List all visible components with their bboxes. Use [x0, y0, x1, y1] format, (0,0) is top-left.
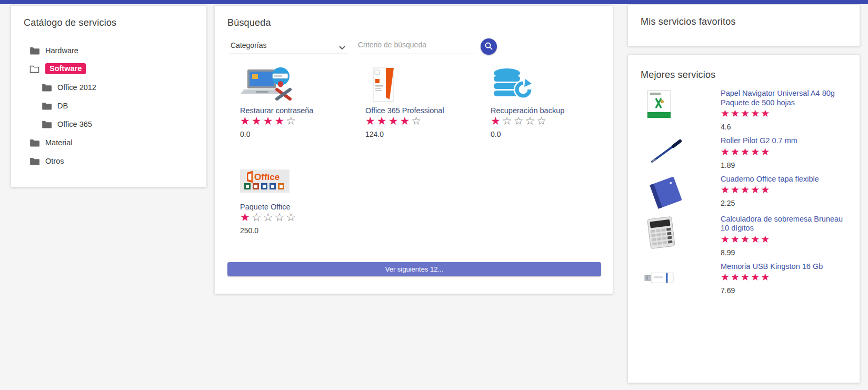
paquete-office-image[interactable]: Office [240, 163, 365, 199]
catalog-tree: HardwareSoftwareOffice 2012DBOffice 365M… [11, 41, 206, 170]
star-filled-icon: ★ [751, 233, 761, 245]
rating-stars: ★☆☆☆☆ [491, 117, 548, 126]
svg-text:Office: Office [254, 172, 280, 182]
best-service-roller-pilot-g2-0-7-mm: Roller Pilot G2 0.7 mm★★★★★1.89 [641, 136, 847, 169]
service-card-paquete-office: OfficePaquete Office★☆☆☆☆250.0 [240, 163, 365, 259]
tree-item-label: Material [45, 138, 73, 147]
page: Catálogo de servicios HardwareSoftwareOf… [0, 0, 868, 390]
star-empty-icon: ☆ [411, 115, 423, 127]
memoria-usb-kingston-16-gb-image[interactable] [641, 262, 721, 295]
service-card-recuperaci-n-backup: Recuperación backup★☆☆☆☆0.0 [491, 66, 616, 163]
star-filled-icon: ★ [721, 184, 731, 195]
best-service-title-link[interactable]: Cuaderno Office tapa flexible [721, 175, 847, 184]
tree-item-hardware[interactable]: Hardware [11, 41, 206, 59]
search-panel: Búsqueda Categorías Restaurar contraseña… [214, 5, 613, 294]
tree-item-software[interactable]: Software [11, 59, 206, 78]
best-service-title-link[interactable]: Calculadora de sobremesa Bruneau 10 dígi… [721, 215, 847, 233]
best-service-papel-navigator-universal-a4-80g-paquete-de-500-hojas: Papel Navigator Universal A4 80g Paquete… [641, 89, 847, 131]
folder-icon [29, 156, 39, 165]
service-title-link[interactable]: Restaurar contraseña [240, 106, 365, 115]
show-next-button[interactable]: Ver siguientes 12... [227, 262, 601, 276]
star-empty-icon: ☆ [286, 115, 297, 127]
star-filled-icon: ★ [731, 184, 741, 195]
folder-icon [42, 83, 52, 92]
category-select[interactable]: Categorías [230, 37, 348, 54]
folder-icon [29, 46, 39, 55]
star-filled-icon: ★ [761, 184, 771, 195]
top-nav-bar [0, 0, 868, 4]
tree-item-office-2012[interactable]: Office 2012 [11, 78, 206, 96]
tree-item-otros[interactable]: Otros [11, 152, 206, 170]
best-services-panel: Mejores servicios Papel Navigator Univer… [627, 54, 860, 383]
tree-item-label: Otros [45, 157, 64, 165]
star-empty-icon: ☆ [502, 115, 514, 127]
star-filled-icon: ★ [761, 233, 771, 245]
service-card-office-365-professional: Office 365 Professional★★★★☆124.0 [365, 66, 491, 163]
star-empty-icon: ☆ [536, 115, 548, 127]
service-price: 250.0 [240, 226, 365, 235]
star-filled-icon: ★ [400, 115, 411, 127]
cuaderno-office-tapa-flexible-image[interactable] [641, 175, 721, 209]
star-filled-icon: ★ [365, 115, 377, 127]
star-filled-icon: ★ [761, 107, 771, 119]
best-services-title: Mejores servicios [628, 55, 860, 88]
rating-stars: ★★★★★ [721, 273, 771, 282]
service-title-link[interactable]: Recuperación backup [491, 106, 616, 115]
star-filled-icon: ★ [751, 184, 761, 195]
best-service-price: 8.99 [721, 248, 847, 257]
recuperaci-n-backup-image[interactable] [491, 66, 616, 103]
search-input-field [358, 37, 475, 54]
star-filled-icon: ★ [761, 271, 771, 283]
tree-item-db[interactable]: DB [11, 96, 206, 115]
roller-pilot-g2-0-7-mm-image[interactable] [641, 136, 721, 169]
service-title-link[interactable]: Paquete Office [240, 203, 365, 211]
star-filled-icon: ★ [741, 184, 751, 195]
best-service-info: Cuaderno Office tapa flexible★★★★★2.25 [721, 175, 847, 209]
best-service-title-link[interactable]: Memoria USB Kingston 16 Gb [721, 262, 847, 272]
rating-stars: ★★★★★ [721, 109, 771, 118]
chevron-down-icon [338, 43, 346, 48]
star-filled-icon: ★ [741, 233, 751, 245]
star-filled-icon: ★ [731, 146, 741, 157]
service-title-link[interactable]: Office 365 Professional [365, 106, 491, 115]
search-input[interactable] [358, 37, 475, 52]
star-filled-icon: ★ [751, 146, 761, 157]
rating-stars: ★☆☆☆☆ [240, 214, 297, 223]
papel-navigator-universal-a4-80g-paquete-de-500-hojas-image[interactable] [641, 89, 721, 131]
star-empty-icon: ☆ [263, 211, 275, 224]
calculadora-de-sobremesa-bruneau-10-d-gitos-image[interactable] [641, 215, 721, 257]
tree-item-office-365[interactable]: Office 365 [11, 115, 206, 133]
service-price: 124.0 [365, 130, 491, 138]
folder-icon [42, 119, 52, 128]
best-service-title-link[interactable]: Papel Navigator Universal A4 80g Paquete… [721, 89, 847, 107]
restaurar-contrase-a-image[interactable] [240, 66, 365, 103]
star-filled-icon: ★ [731, 107, 741, 119]
search-icon [484, 42, 493, 52]
tree-item-label: Office 2012 [57, 83, 96, 92]
star-filled-icon: ★ [721, 146, 731, 157]
star-filled-icon: ★ [751, 271, 761, 283]
best-service-info: Roller Pilot G2 0.7 mm★★★★★1.89 [721, 136, 847, 169]
rating-stars: ★★★★☆ [365, 117, 423, 126]
favorites-title: Mis servicios favoritos [628, 5, 860, 27]
star-filled-icon: ★ [263, 115, 275, 127]
best-service-price: 4.6 [721, 123, 847, 131]
folder-open-icon [29, 64, 39, 73]
search-button[interactable] [481, 38, 497, 55]
catalog-panel: Catálogo de servicios HardwareSoftwareOf… [11, 5, 207, 187]
star-filled-icon: ★ [377, 115, 388, 127]
star-filled-icon: ★ [731, 271, 741, 283]
star-empty-icon: ☆ [514, 115, 525, 127]
best-service-title-link[interactable]: Roller Pilot G2 0.7 mm [721, 136, 847, 146]
tree-item-label: Office 365 [57, 120, 92, 128]
star-filled-icon: ★ [751, 107, 761, 119]
folder-icon [29, 138, 39, 147]
star-filled-icon: ★ [252, 115, 263, 127]
tree-item-label: Software [45, 63, 86, 74]
search-title: Búsqueda [215, 6, 613, 28]
favorites-panel: Mis servicios favoritos [627, 4, 860, 46]
service-price: 0.0 [491, 130, 616, 138]
office-365-professional-image[interactable] [365, 66, 491, 103]
catalog-title: Catálogo de servicios [11, 6, 206, 28]
tree-item-material[interactable]: Material [11, 133, 206, 152]
